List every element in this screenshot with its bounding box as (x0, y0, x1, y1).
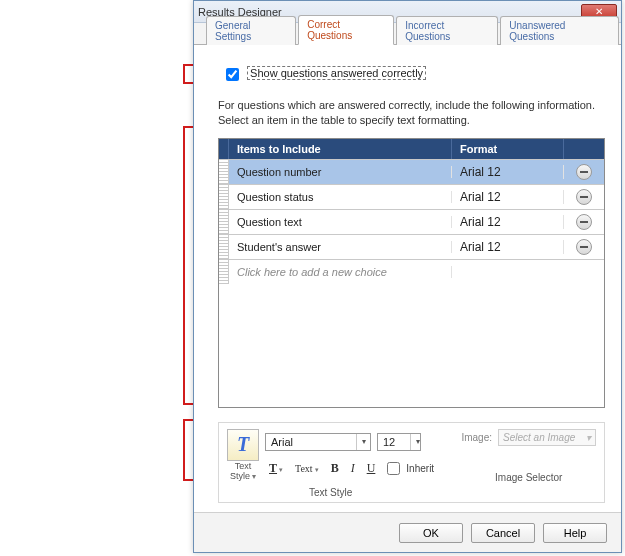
font-color-button[interactable]: T (265, 459, 287, 478)
description-text: For questions which are answered correct… (218, 98, 605, 128)
drag-handle-icon[interactable] (219, 160, 229, 184)
table-row[interactable]: Question text Arial 12 (219, 209, 604, 234)
ok-button[interactable]: OK (399, 523, 463, 543)
close-icon: ✕ (595, 7, 603, 17)
remove-row-button[interactable] (576, 164, 592, 180)
row-format: Arial 12 (452, 215, 564, 229)
add-row-text: Click here to add a new choice (229, 266, 452, 278)
chevron-down-icon: ▾ (586, 432, 591, 443)
tab-unanswered-questions[interactable]: Unanswered Questions (500, 16, 619, 45)
text-style-caption: Text Style (309, 487, 352, 498)
chevron-down-icon: ▾ (356, 434, 370, 450)
dialog-footer: OK Cancel Help (194, 512, 621, 552)
font-name-combo[interactable]: Arial ▾ (265, 433, 371, 451)
col-items: Items to Include (229, 139, 452, 159)
text-options-button[interactable]: Text (291, 461, 323, 476)
cancel-button[interactable]: Cancel (471, 523, 535, 543)
row-format: Arial 12 (452, 240, 564, 254)
grid-header: Items to Include Format (219, 139, 604, 159)
row-item: Question text (229, 216, 452, 228)
tab-correct-questions[interactable]: Correct Questions (298, 15, 394, 45)
items-grid: Items to Include Format Question number … (218, 138, 605, 408)
tab-general-settings[interactable]: General Settings (206, 16, 296, 45)
table-row[interactable]: Student's answer Arial 12 (219, 234, 604, 259)
col-format: Format (452, 139, 564, 159)
image-placeholder: Select an Image (503, 432, 575, 443)
inherit-checkbox[interactable] (387, 462, 400, 475)
chevron-down-icon: ▾ (410, 434, 424, 450)
row-item: Student's answer (229, 241, 452, 253)
text-style-icon[interactable]: T (227, 429, 259, 461)
drag-handle-icon[interactable] (219, 210, 229, 234)
table-row[interactable]: Question number Arial 12 (219, 159, 604, 184)
tabs: General Settings Correct Questions Incor… (194, 23, 621, 45)
image-select[interactable]: Select an Image ▾ (498, 429, 596, 446)
show-questions-checkbox[interactable] (226, 68, 239, 81)
tab-incorrect-questions[interactable]: Incorrect Questions (396, 16, 498, 45)
text-style-dropdown[interactable]: TextStyle (230, 462, 256, 482)
drag-handle-icon (219, 260, 229, 284)
row-format: Arial 12 (452, 190, 564, 204)
italic-button[interactable]: I (347, 459, 359, 478)
drag-handle-icon[interactable] (219, 185, 229, 209)
remove-row-button[interactable] (576, 214, 592, 230)
help-button[interactable]: Help (543, 523, 607, 543)
drag-handle-icon[interactable] (219, 235, 229, 259)
underline-button[interactable]: U (363, 459, 380, 478)
add-row[interactable]: Click here to add a new choice (219, 259, 604, 284)
table-row[interactable]: Question status Arial 12 (219, 184, 604, 209)
formatting-toolbar: T TextStyle Arial ▾ 1 (218, 422, 605, 504)
font-name-value: Arial (266, 434, 298, 450)
font-size-combo[interactable]: 12 ▾ (377, 433, 421, 451)
row-format: Arial 12 (452, 165, 564, 179)
show-questions-label: Show questions answered correctly (247, 66, 426, 80)
row-item: Question status (229, 191, 452, 203)
bold-button[interactable]: B (327, 459, 343, 478)
image-label: Image: (461, 432, 492, 443)
remove-row-button[interactable] (576, 239, 592, 255)
font-size-value: 12 (378, 434, 400, 450)
row-item: Question number (229, 166, 452, 178)
remove-row-button[interactable] (576, 189, 592, 205)
inherit-checkbox-label: Inherit (383, 459, 434, 478)
image-selector-caption: Image Selector (495, 472, 562, 483)
tab-content: Show questions answered correctly For qu… (194, 45, 621, 512)
results-designer-window: Results Designer ✕ General Settings Corr… (193, 0, 622, 553)
